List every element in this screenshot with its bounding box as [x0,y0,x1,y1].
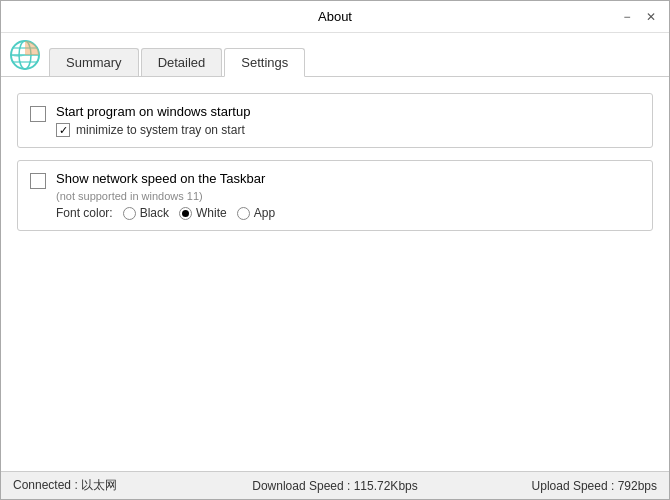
settings-content: Start program on windows startup ✓ minim… [1,77,669,471]
minimize-label: minimize to system tray on start [76,123,245,137]
taskbar-group: Show network speed on the Taskbar (not s… [17,160,653,231]
startup-group: Start program on windows startup ✓ minim… [17,93,653,148]
radio-white-group: White [179,206,227,220]
minimize-button[interactable]: − [617,7,637,27]
radio-black-group: Black [123,206,169,220]
radio-app[interactable] [237,207,250,220]
close-button[interactable]: ✕ [641,7,661,27]
connected-status: Connected : 以太网 [13,477,228,494]
taskbar-checkbox[interactable] [30,173,46,189]
tab-settings[interactable]: Settings [224,48,305,77]
download-speed: Download Speed : 115.72Kbps [228,479,443,493]
window-title: About [318,9,352,24]
radio-black-label: Black [140,206,169,220]
font-color-label: Font color: [56,206,113,220]
startup-group-content: Start program on windows startup ✓ minim… [56,104,640,137]
radio-white[interactable] [179,207,192,220]
upload-speed: Upload Speed : 792bps [442,479,657,493]
startup-title: Start program on windows startup [56,104,640,119]
taskbar-group-content: Show network speed on the Taskbar (not s… [56,171,640,220]
radio-black[interactable] [123,207,136,220]
minimize-row: ✓ minimize to system tray on start [56,123,640,137]
radio-app-group: App [237,206,275,220]
radio-app-label: App [254,206,275,220]
window-controls: − ✕ [617,7,661,27]
tab-detailed[interactable]: Detailed [141,48,223,76]
main-window: About − ✕ Summary Detailed Settings [0,0,670,500]
radio-white-label: White [196,206,227,220]
tab-summary[interactable]: Summary [49,48,139,76]
minimize-checkbox[interactable]: ✓ [56,123,70,137]
font-color-row: Font color: Black White App [56,206,640,220]
taskbar-title: Show network speed on the Taskbar [56,171,640,186]
startup-checkbox[interactable] [30,106,46,122]
taskbar-note: (not supported in windows 11) [56,190,640,202]
title-bar: About − ✕ [1,1,669,33]
status-bar: Connected : 以太网 Download Speed : 115.72K… [1,471,669,499]
tab-bar: Summary Detailed Settings [1,33,669,77]
app-icon [9,39,41,71]
